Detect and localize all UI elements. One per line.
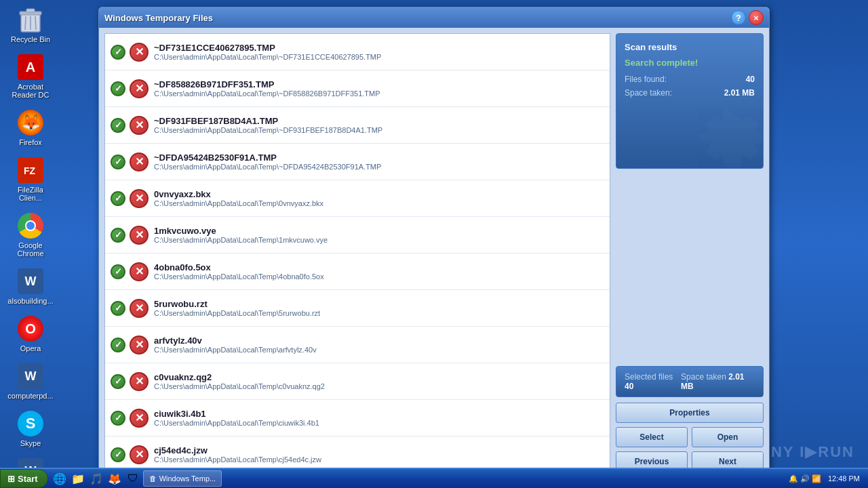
file-info-4: 0vnvyaxz.bkx C:\Users\admin\AppData\Loca…	[154, 189, 604, 207]
file-delete-icon-7[interactable]: ✕	[130, 299, 149, 318]
anyirun-watermark: ANY I▶RUN	[759, 443, 854, 461]
space-taken-label: Space taken:	[625, 88, 672, 98]
desktop-icon-acrobat[interactable]: A AcrobatReader DC	[3, 51, 58, 102]
file-delete-icon-10[interactable]: ✕	[130, 409, 149, 428]
desktop-icon-opera[interactable]: O Opera	[3, 312, 58, 355]
file-checkbox-9[interactable]: ✓	[111, 374, 125, 389]
file-delete-icon-1[interactable]: ✕	[130, 79, 149, 98]
file-delete-icon-11[interactable]: ✕	[130, 445, 149, 464]
file-delete-icon-6[interactable]: ✕	[130, 262, 149, 281]
open-button[interactable]: Open	[692, 427, 764, 447]
file-info-7: 5rurwobu.rzt C:\Users\admin\AppData\Loca…	[154, 299, 604, 317]
file-path-3: C:\Users\admin\AppData\Local\Temp\~DFDA9…	[154, 163, 604, 171]
taskbar-active-window[interactable]: 🗑 Windows Temp...	[143, 470, 222, 487]
taskbar-icon-folder[interactable]: 📁	[70, 470, 86, 487]
file-delete-icon-3[interactable]: ✕	[130, 152, 149, 171]
help-button[interactable]: ?	[731, 10, 746, 25]
files-found-value: 40	[746, 75, 755, 84]
file-checkbox-0[interactable]: ✓	[111, 45, 125, 60]
file-delete-icon-5[interactable]: ✕	[130, 226, 149, 245]
start-icon: ⊞	[7, 474, 15, 484]
file-path-8: C:\Users\admin\AppData\Local\Temp\arfvty…	[154, 346, 604, 354]
file-info-0: ~DF731E1CCE40627895.TMP C:\Users\admin\A…	[154, 43, 604, 61]
taskbar-right: 🔔 🔊 📶 12:48 PM	[789, 474, 868, 483]
filezilla-icon-img: FZ	[18, 157, 43, 183]
desktop-icon-filezilla[interactable]: FZ FileZilla Clien...	[3, 154, 58, 205]
active-window-label: Windows Temp...	[159, 474, 216, 483]
word-icon2-img: W	[18, 363, 43, 389]
file-checkbox-8[interactable]: ✓	[111, 338, 125, 352]
file-delete-icon-9[interactable]: ✕	[130, 372, 149, 391]
word-icon-img: W	[18, 268, 43, 294]
file-path-6: C:\Users\admin\AppData\Local\Temp\4obna0…	[154, 272, 604, 281]
file-checkbox-4[interactable]: ✓	[111, 191, 125, 206]
opera-icon-img: O	[18, 316, 43, 342]
title-bar: Windows Temporary Files ? ×	[99, 7, 769, 28]
desktop-icon-label: computerpd...	[7, 392, 53, 400]
file-name-0: ~DF731E1CCE40627895.TMP	[154, 43, 604, 53]
properties-button[interactable]: Properties	[616, 403, 764, 423]
start-button[interactable]: ⊞ Start	[0, 469, 48, 488]
desktop-icon-recycle-bin[interactable]: Recycle Bin	[3, 3, 58, 46]
right-panel: Scan results Search complete! Files foun…	[613, 28, 769, 477]
file-checkbox-11[interactable]: ✓	[111, 447, 125, 462]
gear-watermark	[688, 94, 764, 169]
taskbar-icon-firefox[interactable]: 🦊	[106, 470, 123, 487]
file-path-2: C:\Users\admin\AppData\Local\Temp\~DF931…	[154, 126, 604, 134]
dialog-window: Windows Temporary Files ? × ✓ ✕ ~DF731E1…	[98, 7, 770, 478]
file-delete-icon-4[interactable]: ✕	[130, 189, 149, 208]
scan-results-status: Search complete!	[625, 58, 755, 68]
file-path-7: C:\Users\admin\AppData\Local\Temp\5rurwo…	[154, 309, 604, 317]
desktop-icon-alsobuilding[interactable]: W alsobuilding...	[3, 265, 58, 308]
file-checkbox-5[interactable]: ✓	[111, 228, 125, 243]
desktop-icon-label: Skype	[20, 439, 41, 447]
buttons-area: Properties Select Open Previous Next	[616, 403, 764, 472]
file-checkbox-7[interactable]: ✓	[111, 301, 125, 316]
taskbar-icon-media[interactable]: 🎵	[88, 470, 104, 487]
desktop-icon-label: alsobuilding...	[7, 297, 53, 305]
file-name-5: 1mkvcuwo.vye	[154, 226, 604, 236]
file-checkbox-1[interactable]: ✓	[111, 81, 125, 96]
selected-value: 40	[625, 382, 633, 391]
file-item: ✓ ✕ ~DF931FBEF187B8D4A1.TMP C:\Users\adm…	[105, 107, 610, 144]
files-found-row: Files found: 40	[625, 75, 755, 84]
file-info-2: ~DF931FBEF187B8D4A1.TMP C:\Users\admin\A…	[154, 116, 604, 134]
taskbar-icon-ie[interactable]: 🌐	[52, 470, 68, 487]
file-name-4: 0vnvyaxz.bkx	[154, 189, 604, 199]
select-button[interactable]: Select	[616, 427, 688, 447]
file-info-5: 1mkvcuwo.vye C:\Users\admin\AppData\Loca…	[154, 226, 604, 244]
check-circle-1: ✓	[111, 81, 125, 96]
desktop-icon-chrome[interactable]: GoogleChrome	[3, 209, 58, 260]
desktop-icon-label: Recycle Bin	[11, 35, 50, 43]
desktop-icon-skype[interactable]: S Skype	[3, 407, 58, 450]
firefox-icon-img: 🦊	[18, 110, 43, 136]
file-name-9: c0vuaknz.qg2	[154, 372, 604, 382]
file-path-9: C:\Users\admin\AppData\Local\Temp\c0vuak…	[154, 382, 604, 390]
taskbar-icon-app[interactable]: 🛡	[125, 470, 141, 487]
file-delete-icon-2[interactable]: ✕	[130, 116, 149, 135]
file-checkbox-2[interactable]: ✓	[111, 118, 125, 133]
file-delete-icon-0[interactable]: ✕	[130, 43, 149, 62]
files-found-label: Files found:	[625, 75, 667, 84]
status-selected: Selected files 40	[625, 372, 681, 391]
main-content: ✓ ✕ ~DF731E1CCE40627895.TMP C:\Users\adm…	[99, 28, 769, 477]
desktop-icon-computerpd[interactable]: W computerpd...	[3, 360, 58, 403]
active-window-icon: 🗑	[149, 474, 157, 483]
file-checkbox-10[interactable]: ✓	[111, 411, 125, 426]
title-bar-buttons: ? ×	[731, 10, 764, 25]
file-name-6: 4obna0fo.5ox	[154, 262, 604, 272]
file-info-10: ciuwik3i.4b1 C:\Users\admin\AppData\Loca…	[154, 409, 604, 427]
file-name-8: arfvtylz.40v	[154, 336, 604, 346]
file-item: ✓ ✕ 4obna0fo.5ox C:\Users\admin\AppData\…	[105, 253, 610, 290]
properties-row: Properties	[616, 403, 764, 423]
close-button[interactable]: ×	[749, 10, 764, 25]
file-item: ✓ ✕ ciuwik3i.4b1 C:\Users\admin\AppData\…	[105, 400, 610, 436]
file-checkbox-6[interactable]: ✓	[111, 264, 125, 279]
file-checkbox-3[interactable]: ✓	[111, 155, 125, 169]
file-list-scroll[interactable]: ✓ ✕ ~DF731E1CCE40627895.TMP C:\Users\adm…	[105, 34, 610, 471]
taskbar-notification-icons: 🔔 🔊 📶	[789, 474, 821, 483]
chrome-icon-img	[18, 213, 43, 239]
svg-line-5	[35, 16, 36, 30]
file-delete-icon-8[interactable]: ✕	[130, 336, 149, 354]
desktop-icon-firefox[interactable]: 🦊 Firefox	[3, 106, 58, 149]
